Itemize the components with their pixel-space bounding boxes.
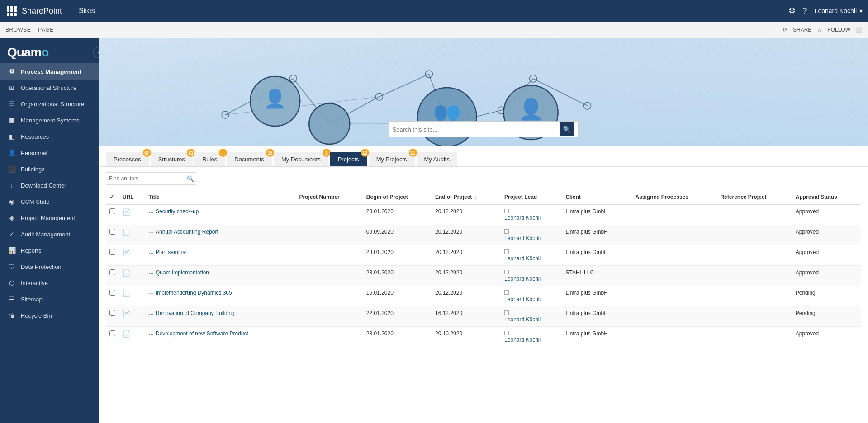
sidebar-item-ccm-state[interactable]: ◉CCM State bbox=[0, 193, 99, 210]
layout: Quamo ‹ ⚙Process Management⊞Operational … bbox=[0, 38, 868, 423]
col-assigned[interactable]: Assigned Processes bbox=[632, 190, 717, 204]
row-check-5[interactable] bbox=[106, 306, 119, 327]
tab-badge-processes: 67 bbox=[143, 149, 151, 157]
sidebar-item-reports[interactable]: 📊Reports bbox=[0, 242, 99, 258]
sidebar-item-label-interactive: Interactive bbox=[21, 280, 48, 287]
tab-rules[interactable]: Rules... bbox=[194, 152, 225, 166]
project-link-2[interactable]: Plan seminar bbox=[156, 249, 187, 255]
user-menu[interactable]: Leonard Köchli ▾ bbox=[815, 7, 863, 14]
project-link-4[interactable]: Implementierung Dynamics 365 bbox=[156, 290, 232, 296]
row-assigned-4 bbox=[632, 286, 717, 306]
sidebar-item-data-protection[interactable]: 🛡Data Protection bbox=[0, 258, 99, 275]
sidebar-item-resources[interactable]: ◧Resources bbox=[0, 128, 99, 145]
tab-documents[interactable]: Documents15 bbox=[227, 152, 272, 166]
col-check: ✓ bbox=[106, 190, 119, 204]
tab-my-projects[interactable]: My Projects11 bbox=[369, 152, 415, 166]
col-end[interactable]: End of Project ↓ bbox=[432, 190, 501, 204]
row-check-1[interactable] bbox=[106, 225, 119, 245]
user-link-0[interactable]: Leonard Köchli bbox=[504, 215, 558, 221]
project-link-5[interactable]: Renovation of Company Building bbox=[156, 310, 235, 316]
sidebar-item-recycle-bin[interactable]: 🗑Recycle Bin bbox=[0, 307, 99, 324]
follow-button[interactable]: FOLLOW bbox=[827, 27, 850, 33]
tab-structures[interactable]: Structures81 bbox=[151, 152, 193, 166]
row-check-0[interactable] bbox=[106, 204, 119, 225]
grid-menu-icon[interactable] bbox=[5, 5, 18, 17]
row-status-0: Approved bbox=[792, 204, 861, 225]
row-title-3: ··· Quam Implementation bbox=[145, 266, 295, 286]
doc-icon-4: 📄 bbox=[123, 290, 130, 297]
sidebar-item-buildings[interactable]: ⬛Buildings bbox=[0, 161, 99, 177]
user-link-2[interactable]: Leonard Köchli bbox=[504, 255, 558, 262]
row-reference-1 bbox=[716, 225, 792, 245]
more-btn-0[interactable]: ··· bbox=[148, 208, 154, 216]
sidebar-item-sitemap[interactable]: ☰Sitemap bbox=[0, 291, 99, 307]
sidebar-item-audit-management[interactable]: ✓Audit Management bbox=[0, 226, 99, 242]
row-client-6: Lintra plus GmbH bbox=[562, 327, 631, 347]
col-lead[interactable]: Project Lead bbox=[501, 190, 562, 204]
more-btn-6[interactable]: ··· bbox=[148, 330, 154, 338]
col-title[interactable]: Title bbox=[145, 190, 295, 204]
tab-my-audits[interactable]: My Audits bbox=[417, 152, 457, 166]
col-approval[interactable]: Approval Status bbox=[792, 190, 861, 204]
row-end-6: 20.10.2020 bbox=[432, 327, 501, 347]
browse-link[interactable]: BROWSE bbox=[5, 27, 31, 33]
tab-my-documents[interactable]: My Documents1 bbox=[274, 152, 328, 166]
hero-search-input[interactable] bbox=[393, 126, 560, 133]
user-link-1[interactable]: Leonard Köchli bbox=[504, 235, 558, 241]
user-link-4[interactable]: Leonard Köchli bbox=[504, 296, 558, 302]
more-btn-4[interactable]: ··· bbox=[148, 290, 154, 297]
user-name: Leonard Köchli bbox=[815, 7, 857, 14]
sidebar-item-organizational-structure[interactable]: ☰Organizational Structure bbox=[0, 96, 99, 112]
tab-projects[interactable]: Projects12 bbox=[330, 152, 367, 166]
page-link[interactable]: PAGE bbox=[38, 27, 53, 33]
list-search-input[interactable] bbox=[106, 175, 185, 182]
sidebar-item-interactive[interactable]: ⬡Interactive bbox=[0, 275, 99, 291]
list-search-bar[interactable]: 🔍 bbox=[106, 172, 196, 185]
doc-icon-5: 📄 bbox=[123, 310, 130, 317]
user-checkbox-6 bbox=[504, 331, 509, 335]
row-end-3: 20.12.2020 bbox=[432, 266, 501, 286]
user-link-5[interactable]: Leonard Köchli bbox=[504, 316, 558, 323]
sitemap-icon: ☰ bbox=[7, 296, 16, 303]
row-check-6[interactable] bbox=[106, 327, 119, 347]
sidebar-item-operational-structure[interactable]: ⊞Operational Structure bbox=[0, 80, 99, 96]
col-client[interactable]: Client bbox=[562, 190, 631, 204]
row-end-0: 20.12.2020 bbox=[432, 204, 501, 225]
col-project-number[interactable]: Project Number bbox=[295, 190, 362, 204]
project-link-0[interactable]: Security check-up bbox=[156, 208, 199, 215]
more-btn-3[interactable]: ··· bbox=[148, 269, 154, 277]
help-icon[interactable]: ? bbox=[803, 6, 807, 16]
more-btn-1[interactable]: ··· bbox=[148, 229, 154, 236]
row-title-1: ··· Annual Accounting Report bbox=[145, 225, 295, 245]
col-begin[interactable]: Begin of Project bbox=[363, 190, 432, 204]
project-link-1[interactable]: Annual Accounting Report bbox=[156, 229, 218, 235]
second-bar-right: ⟳ SHARE ☆ FOLLOW ⬜ bbox=[783, 27, 863, 33]
sidebar-item-download-center[interactable]: ↓Download Center bbox=[0, 177, 99, 193]
row-check-4[interactable] bbox=[106, 286, 119, 306]
sidebar-item-personnel[interactable]: 👤Personnel bbox=[0, 145, 99, 161]
project-link-3[interactable]: Quam Implementation bbox=[156, 269, 209, 276]
sidebar-item-process-management[interactable]: ⚙Process Management bbox=[0, 63, 99, 80]
share-button[interactable]: SHARE bbox=[793, 27, 811, 33]
row-check-3[interactable] bbox=[106, 266, 119, 286]
row-begin-5: 22.01.2020 bbox=[363, 306, 432, 327]
projects-table: ✓ URL Title Project Number Begin of Proj… bbox=[106, 190, 861, 347]
col-reference[interactable]: Reference Project bbox=[716, 190, 792, 204]
resize-icon[interactable]: ⬜ bbox=[856, 27, 863, 33]
hero-search-box[interactable]: 🔍 bbox=[389, 121, 579, 137]
tab-processes[interactable]: Processes67 bbox=[106, 152, 149, 166]
settings-icon[interactable]: ⚙ bbox=[788, 6, 796, 16]
project-link-6[interactable]: Development of new Software Product bbox=[156, 330, 248, 337]
sidebar-item-management-systems[interactable]: ▦Management Systems bbox=[0, 112, 99, 128]
row-begin-2: 23.01.2020 bbox=[363, 245, 432, 266]
more-btn-2[interactable]: ··· bbox=[148, 249, 154, 256]
row-check-2[interactable] bbox=[106, 245, 119, 266]
user-link-3[interactable]: Leonard Köchli bbox=[504, 276, 558, 282]
list-area: 🔍 ✓ URL Title Project Number Begin of Pr… bbox=[99, 167, 868, 352]
sites-label[interactable]: Sites bbox=[79, 7, 95, 15]
sidebar-item-project-management[interactable]: ◈Project Management bbox=[0, 210, 99, 226]
row-number-3 bbox=[295, 266, 362, 286]
more-btn-5[interactable]: ··· bbox=[148, 310, 154, 317]
hero-search-button[interactable]: 🔍 bbox=[560, 122, 574, 136]
user-link-6[interactable]: Leonard Köchli bbox=[504, 337, 558, 343]
